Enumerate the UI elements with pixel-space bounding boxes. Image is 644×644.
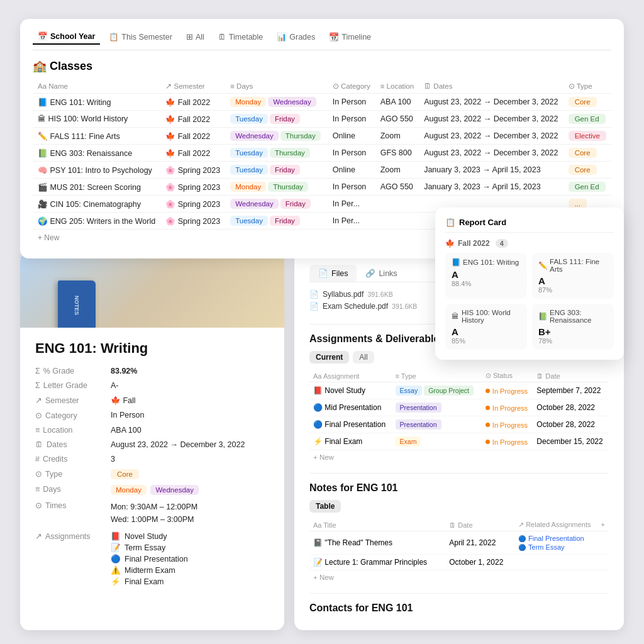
cell-category: Online [328, 162, 375, 179]
cell-assign-type: Presentation [392, 416, 482, 433]
col-category: ⊙ Category [328, 79, 375, 94]
cell-assign-status: In Progress [482, 382, 533, 399]
cell-dates: January 3, 2023 → April 15, 2023 [419, 162, 564, 179]
detail-dates: 🗓 Dates August 23, 2022 → December 3, 20… [35, 440, 269, 449]
report-card-popup: 📋 Report Card 🍁 Fall 2022 4 📘 ENG 101: W… [435, 208, 624, 360]
contacts-section-title: Contacts for ENG 101 [309, 602, 609, 614]
cell-dates: August 23, 2022 → December 3, 2022 [419, 111, 564, 128]
assignment-item[interactable]: 📕 Novel Study [111, 531, 269, 541]
detail-days: ≡ Days Monday Wednesday [35, 485, 269, 495]
status-dot [486, 389, 490, 393]
class-detail-card: NOTES ENG 101: Writing Σ % Grade 83.92% … [20, 252, 284, 630]
cell-type: Elective [564, 128, 611, 145]
cell-assign-status: In Progress [482, 399, 533, 416]
assign-type-badge: Exam [396, 436, 421, 447]
table-row[interactable]: 📗 ENG 303: Renaissance 🍁 Fall 2022 Tuesd… [33, 145, 611, 162]
assign-type-badge: Essay [396, 386, 423, 396]
cell-semester: 🍁 Fall 2022 [160, 145, 225, 162]
notes-sub-tabs: Table [309, 500, 609, 513]
table-row[interactable]: 📘 ENG 101: Writing 🍁 Fall 2022 MondayWed… [33, 94, 611, 111]
tab-this-semester[interactable]: 📋 This Semester [104, 29, 177, 45]
report-icon: ✏️ [538, 261, 547, 270]
tab-files[interactable]: 📄 Files [309, 265, 357, 282]
day-badge: Thursday [280, 131, 321, 141]
day-badge: Friday [280, 199, 311, 209]
assignment-item[interactable]: ⚠️ Midterm Exam [111, 565, 269, 575]
semester-icon: 🌸 [165, 217, 175, 226]
class-hero: NOTES [20, 252, 284, 328]
assignment-row[interactable]: 📕 Novel Study EssayGroup Project In Prog… [309, 382, 609, 399]
class-icon: 🌍 [38, 217, 48, 226]
report-item-grade: B+ [538, 326, 608, 337]
semester-icon: 🍁 [165, 98, 175, 107]
th-date: 🗓 Date [533, 370, 609, 382]
note-row[interactable]: 📓 "The Read" Themes April 21, 2022 🔵Fina… [309, 531, 609, 555]
class-icon: 🎬 [38, 183, 48, 192]
cell-assign-type: Exam [392, 433, 482, 450]
sub-tab-all[interactable]: All [353, 351, 374, 364]
sub-tab-table[interactable]: Table [309, 500, 341, 513]
tab-all[interactable]: ⊞ All [181, 29, 209, 45]
add-assignment-button[interactable]: + New [309, 450, 609, 464]
arrow-icon: ↗ [35, 396, 42, 405]
report-item-pct: 78% [538, 337, 608, 345]
day-badge: Tuesday [230, 165, 268, 175]
tab-timetable[interactable]: 🗓 Timetable [213, 29, 268, 45]
assignment-item[interactable]: 🔵 Final Presentation [111, 554, 269, 564]
status-badge: In Progress [486, 404, 528, 412]
add-note-button[interactable]: + New [309, 570, 609, 584]
class-icon: 📗 [38, 149, 48, 158]
cell-assign-type: EssayGroup Project [392, 382, 482, 399]
assignment-row[interactable]: 🔵 Final Presentation Presentation In Pro… [309, 416, 609, 433]
file-item[interactable]: 📄 Syllabus.pdf 391.6KB [309, 290, 457, 299]
notes-table: Aa Title 🗓 Date ↗ Related Assignments + … [309, 519, 609, 570]
th-note-title: Aa Title [309, 519, 445, 531]
cell-assign-type: Presentation [392, 399, 482, 416]
cell-days: TuesdayFriday [225, 111, 328, 128]
table-row[interactable]: 🏛 HIS 100: World History 🍁 Fall 2022 Tue… [33, 111, 611, 128]
cell-type: Gen Ed [564, 179, 611, 196]
file-item[interactable]: 📄 Exam Schedule.pdf 391.6KB [309, 302, 457, 311]
sub-tab-current[interactable]: Current [309, 351, 349, 364]
cell-assign-date: September 7, 2022 [533, 382, 609, 399]
report-item-grade: A [538, 275, 608, 286]
table-row[interactable]: 🎬 MUS 201: Screen Scoring 🌸 Spring 2023 … [33, 179, 611, 196]
day-badge: Tuesday [230, 114, 268, 124]
cell-days: TuesdayFriday [225, 213, 328, 230]
cell-type: Core [564, 94, 611, 111]
assignment-row[interactable]: ⚡ Final Exam Exam In Progress December 1… [309, 433, 609, 450]
assignment-item[interactable]: ⚡ Final Exam [111, 577, 269, 586]
table-row[interactable]: ✏️ FALS 111: Fine Arts 🍁 Fall 2022 Wedne… [33, 128, 611, 145]
report-item-pct: 88.4% [452, 280, 521, 287]
cell-location: ABA 100 [375, 94, 419, 111]
tab-links[interactable]: 🔗 Links [357, 265, 406, 282]
cell-assign-date: December 15, 2022 [533, 433, 609, 450]
classes-card: 📅 School Year 📋 This Semester ⊞ All 🗓 Ti… [20, 19, 624, 258]
note-row[interactable]: 📝 Lecture 1: Grammar Principles October … [309, 555, 609, 570]
day-badge: Wednesday [268, 97, 316, 107]
type-badge: Core [569, 148, 597, 158]
report-item-title: 📘 ENG 101: Writing [452, 258, 521, 267]
cell-semester: 🌸 Spring 2023 [160, 213, 225, 230]
cell-assign-date: October 28, 2022 [533, 416, 609, 433]
assignment-item[interactable]: 📝 Term Essay [111, 543, 269, 552]
th-note-related: ↗ Related Assignments + [514, 519, 609, 531]
file-icon: 📄 [318, 269, 328, 278]
cell-type: Core [564, 162, 611, 179]
tab-timeline[interactable]: 📆 Timeline [324, 29, 376, 45]
detail-letter-grade: Σ Letter Grade A- [35, 381, 269, 390]
type-badge: Gen Ed [569, 182, 606, 192]
cell-assign-name: 🔵 Mid Presentation [309, 399, 392, 416]
status-dot [486, 423, 490, 427]
assignment-row[interactable]: 🔵 Mid Presentation Presentation In Progr… [309, 399, 609, 416]
cell-assign-name: 🔵 Final Presentation [309, 416, 392, 433]
lines2-icon: ≡ [35, 485, 40, 494]
day-wednesday-badge: Wednesday [150, 485, 199, 495]
tab-school-year[interactable]: 📅 School Year [33, 29, 100, 45]
class-icon: 🎥 [38, 200, 48, 209]
add-note-col-button[interactable]: + [601, 521, 605, 528]
cell-category: In Person [328, 179, 375, 196]
table-row[interactable]: 🧠 PSY 101: Intro to Psychology 🌸 Spring … [33, 162, 611, 179]
tab-grades[interactable]: 📊 Grades [272, 29, 320, 45]
cell-category: In Per... [328, 196, 375, 213]
